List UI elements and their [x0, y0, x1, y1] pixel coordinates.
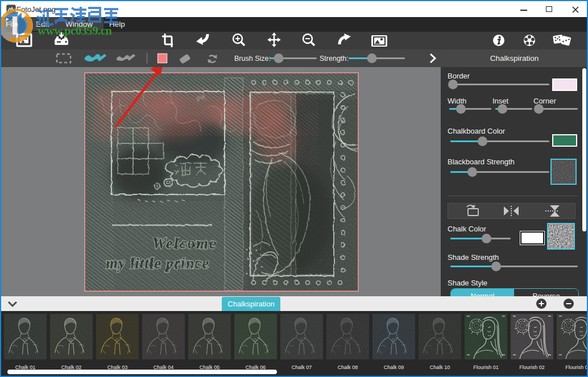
svg-text:my little prince: my little prince [106, 255, 209, 272]
svg-text:ge: ge [197, 92, 205, 101]
svg-text:Strength:: Strength: [320, 55, 349, 63]
svg-text:Welcome: Welcome [152, 235, 217, 252]
svg-text:Brush Size:: Brush Size: [234, 55, 271, 63]
